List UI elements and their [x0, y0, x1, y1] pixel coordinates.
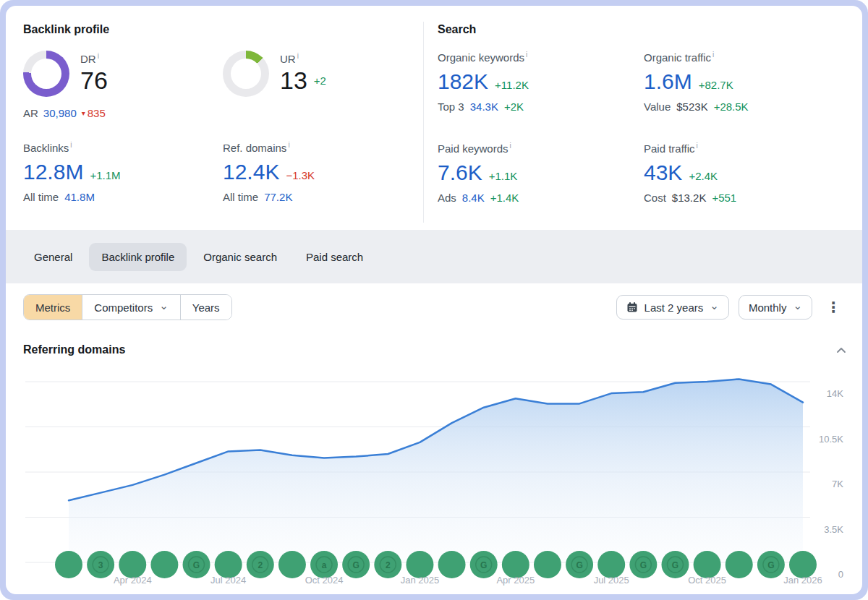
- top3-value[interactable]: 34.3K: [470, 100, 498, 113]
- dr-block: DRi 76 AR 30,980 ▾ 835: [23, 51, 223, 119]
- view-segmented-control: Metrics Competitors⌄ Years: [23, 294, 232, 320]
- ref-domains-alltime-value[interactable]: 77.2K: [264, 191, 292, 203]
- chevron-down-icon: ⌄: [793, 300, 802, 311]
- organic-traffic-stat: Organic traffici 1.6M +82.7K Value $523K…: [644, 51, 862, 113]
- collapse-section-button[interactable]: [835, 345, 848, 355]
- competitors-button[interactable]: Competitors⌄: [82, 295, 180, 320]
- event-badge-label: G: [767, 560, 774, 570]
- paid-keywords-value[interactable]: 7.6K: [438, 160, 482, 184]
- info-icon[interactable]: i: [70, 141, 72, 149]
- ur-label: UR: [280, 53, 296, 65]
- paid-keywords-delta: +1.1K: [489, 170, 518, 182]
- search-panel: Search Organic keywordsi 182K +11.2K Top…: [423, 6, 862, 230]
- organic-keywords-delta: +11.2K: [495, 79, 529, 91]
- organic-traffic-value[interactable]: 1.6M: [644, 69, 692, 93]
- backlinks-stat: Backlinksi 12.8M +1.1M All time 41.8M: [23, 141, 223, 203]
- ur-delta: +2: [314, 74, 326, 87]
- ar-delta: 835: [88, 107, 106, 119]
- tab-backlink-profile[interactable]: Backlink profile: [89, 243, 187, 271]
- x-axis-label: Jul 2024: [210, 575, 246, 586]
- tab-general[interactable]: General: [22, 243, 85, 271]
- y-axis-label: 3.5K: [824, 524, 843, 535]
- area-fill: [69, 379, 803, 562]
- calendar-icon: [626, 301, 638, 313]
- ar-row: AR 30,980 ▾ 835: [23, 107, 223, 119]
- x-axis-label: Jan 2026: [783, 575, 822, 586]
- event-badge-label: G: [193, 560, 200, 570]
- event-marker[interactable]: [55, 551, 82, 578]
- years-button[interactable]: Years: [181, 295, 231, 320]
- backlinks-alltime-value[interactable]: 41.8M: [64, 191, 95, 203]
- backlink-profile-title: Backlink profile: [23, 23, 423, 36]
- y-axis-label: 10.5K: [819, 434, 843, 445]
- ur-block: URi 13+2: [223, 51, 423, 119]
- tab-paid-search[interactable]: Paid search: [294, 243, 375, 271]
- y-axis-label: 7K: [832, 479, 843, 489]
- x-axis-label: Oct 2024: [305, 575, 344, 586]
- ref-domains-delta: −1.3K: [286, 169, 315, 181]
- event-marker[interactable]: [534, 551, 561, 578]
- event-badge-label: 2: [258, 560, 263, 570]
- event-badge-label: G: [480, 560, 487, 570]
- interval-button[interactable]: Monthly ⌄: [739, 295, 812, 320]
- app-window: Backlink profile DRi 76 AR 30,980: [0, 0, 868, 600]
- x-axis-label: Jul 2025: [594, 575, 629, 586]
- paid-traffic-delta: +2.4K: [689, 170, 718, 182]
- x-axis-label: Apr 2025: [496, 575, 535, 586]
- chart-controls: Metrics Competitors⌄ Years Last 2 years …: [6, 283, 862, 331]
- event-badge-label: G: [353, 560, 359, 570]
- ur-donut: [223, 51, 269, 97]
- event-marker[interactable]: [278, 551, 306, 578]
- event-badge-label: G: [640, 560, 647, 570]
- event-badge-label: G: [672, 560, 678, 570]
- info-icon[interactable]: i: [297, 52, 299, 60]
- info-icon[interactable]: i: [288, 141, 289, 149]
- chevron-down-icon: ⌄: [159, 300, 169, 311]
- info-icon[interactable]: i: [697, 142, 698, 150]
- metrics-button[interactable]: Metrics: [24, 295, 82, 320]
- chevron-up-icon: [835, 345, 848, 355]
- tab-organic-search[interactable]: Organic search: [191, 243, 289, 271]
- ur-value: 13: [280, 67, 307, 95]
- backlinks-delta: +1.1M: [90, 169, 120, 181]
- chevron-down-icon: ⌄: [710, 300, 719, 311]
- report-tabbar: General Backlink profile Organic search …: [6, 230, 862, 283]
- event-badge-label: 2: [386, 560, 391, 570]
- kebab-menu-button[interactable]: ⋮: [822, 300, 845, 314]
- event-marker[interactable]: [726, 551, 753, 578]
- info-icon[interactable]: i: [526, 51, 527, 59]
- event-marker[interactable]: [438, 551, 466, 578]
- info-icon[interactable]: i: [510, 142, 511, 150]
- organic-keywords-stat: Organic keywordsi 182K +11.2K Top 3 34.3…: [438, 51, 644, 113]
- event-marker[interactable]: [150, 551, 178, 578]
- ads-value[interactable]: 8.4K: [462, 192, 485, 204]
- x-axis-label: Jan 2025: [401, 575, 440, 586]
- search-title: Search: [438, 23, 862, 36]
- x-axis-label: Apr 2024: [114, 575, 152, 586]
- triangle-down-icon: ▾: [82, 109, 85, 117]
- date-range-button[interactable]: Last 2 years ⌄: [616, 295, 729, 320]
- traffic-value-amount: $523K: [676, 100, 707, 113]
- paid-traffic-stat: Paid traffici 43K +2.4K Cost $13.2K +551: [644, 142, 862, 204]
- overview-section: Backlink profile DRi 76 AR 30,980: [6, 6, 862, 230]
- ar-value[interactable]: 30,980: [43, 107, 77, 119]
- y-axis-label: 14K: [827, 388, 843, 399]
- event-badge-label: G: [576, 560, 582, 570]
- ref-domains-stat: Ref. domainsi 12.4K −1.3K All time 77.2K: [223, 141, 423, 203]
- backlinks-value[interactable]: 12.8M: [23, 160, 83, 184]
- chart-title: Referring domains: [23, 343, 125, 356]
- info-icon[interactable]: i: [98, 52, 99, 60]
- paid-traffic-value[interactable]: 43K: [644, 160, 682, 184]
- referring-domains-chart[interactable]: 14K10.5K7K3.5K03G2aG2GGGGGApr 2024Jul 20…: [6, 372, 862, 594]
- ref-domains-value[interactable]: 12.4K: [223, 160, 279, 184]
- info-icon[interactable]: i: [712, 51, 714, 59]
- event-badge-label: a: [322, 560, 327, 570]
- y-axis-label: 0: [838, 569, 843, 580]
- organic-keywords-value[interactable]: 182K: [438, 69, 488, 93]
- dr-donut: [23, 51, 69, 97]
- event-badge-label: 3: [98, 560, 103, 570]
- backlink-profile-panel: Backlink profile DRi 76 AR 30,980: [6, 6, 423, 230]
- cost-value: $13.2K: [672, 192, 707, 204]
- referring-domains-header: Referring domains: [23, 340, 848, 360]
- overview-card: Backlink profile DRi 76 AR 30,980: [6, 6, 862, 594]
